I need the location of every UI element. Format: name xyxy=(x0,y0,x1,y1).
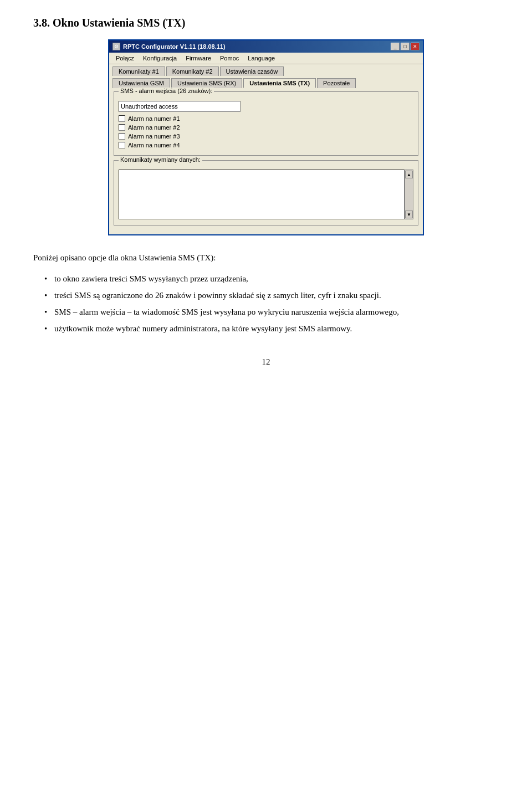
dialog-titlebar: ⚙ RPTC Configurator V1.11 (18.08.11) _ □… xyxy=(109,40,423,53)
checkbox-row-2: Alarm na numer #2 xyxy=(119,124,413,131)
checkbox-alarm-3[interactable] xyxy=(119,133,125,140)
data-exchange-group: Komunikaty wymiany danych: ▲ ▼ xyxy=(114,160,418,225)
checkbox-label-1: Alarm na numer #1 xyxy=(128,115,180,122)
bullet-item-4: użytkownik może wybrać numery administra… xyxy=(44,322,499,335)
menu-language[interactable]: Language xyxy=(243,54,279,63)
bullet-item-1: to okno zawiera treści SMS wysyłanych pr… xyxy=(44,272,499,285)
menu-konfiguracja[interactable]: Konfiguracja xyxy=(139,54,181,63)
scrollbar: ▲ ▼ xyxy=(405,170,413,219)
scroll-up-arrow[interactable]: ▲ xyxy=(405,171,413,178)
data-exchange-legend: Komunikaty wymiany danych: xyxy=(119,156,202,163)
dialog-title: RPTC Configurator V1.11 (18.08.11) xyxy=(123,43,226,50)
tab-komunikaty-2[interactable]: Komunikaty #2 xyxy=(166,66,219,76)
tab-row-1: Komunikaty #1 Komunikaty #2 Ustawienia c… xyxy=(109,64,423,76)
tab-ustawienia-sms-tx[interactable]: Ustawienia SMS (TX) xyxy=(243,78,316,88)
checkbox-row-4: Alarm na numer #4 xyxy=(119,142,413,148)
dialog-content: SMS - alarm wejścia (26 znaków): Alarm n… xyxy=(109,88,423,234)
bullet-item-3: SMS – alarm wejścia – ta wiadomość SMS j… xyxy=(44,305,499,319)
close-button[interactable]: ✕ xyxy=(411,43,420,50)
page-number: 12 xyxy=(33,357,499,367)
scroll-down-arrow[interactable]: ▼ xyxy=(405,211,413,218)
bullet-list: to okno zawiera treści SMS wysyłanych pr… xyxy=(33,272,499,335)
checkbox-label-3: Alarm na numer #3 xyxy=(128,133,180,140)
tab-komunikaty-1[interactable]: Komunikaty #1 xyxy=(112,66,165,76)
intro-text: Poniżej opisano opcje dla okna Ustawieni… xyxy=(33,251,499,264)
maximize-button[interactable]: □ xyxy=(401,43,410,50)
tab-ustawienia-czasow[interactable]: Ustawienia czasów xyxy=(220,66,284,76)
checkbox-row-1: Alarm na numer #1 xyxy=(119,115,413,122)
menu-pomoc[interactable]: Pomoc xyxy=(216,54,243,63)
sms-alarm-input[interactable] xyxy=(119,101,241,112)
tab-ustawienia-gsm[interactable]: Ustawienia GSM xyxy=(112,78,170,88)
data-textarea-wrapper: ▲ ▼ xyxy=(119,170,413,221)
rptc-dialog: ⚙ RPTC Configurator V1.11 (18.08.11) _ □… xyxy=(108,39,424,235)
tab-pozostale[interactable]: Pozostałe xyxy=(317,78,356,88)
titlebar-left: ⚙ RPTC Configurator V1.11 (18.08.11) xyxy=(112,43,226,50)
dialog-icon: ⚙ xyxy=(112,43,120,50)
menu-bar: Połącz Konfiguracja Firmware Pomoc Langu… xyxy=(109,53,423,64)
sms-alarm-group: SMS - alarm wejścia (26 znaków): Alarm n… xyxy=(114,91,418,156)
checkbox-alarm-1[interactable] xyxy=(119,115,125,122)
menu-firmware[interactable]: Firmware xyxy=(181,54,216,63)
menu-polacz[interactable]: Połącz xyxy=(111,54,139,63)
checkbox-label-4: Alarm na numer #4 xyxy=(128,142,180,148)
checkbox-label-2: Alarm na numer #2 xyxy=(128,124,180,131)
sms-alarm-legend: SMS - alarm wejścia (26 znaków): xyxy=(119,88,214,94)
data-textarea[interactable] xyxy=(119,170,405,219)
checkbox-alarm-4[interactable] xyxy=(119,142,125,148)
bullet-item-2: treści SMS są ograniczone do 26 znaków i… xyxy=(44,289,499,302)
checkbox-alarm-2[interactable] xyxy=(119,124,125,131)
dialog-wrapper: ⚙ RPTC Configurator V1.11 (18.08.11) _ □… xyxy=(33,39,499,235)
tab-row-2: Ustawienia GSM Ustawienia SMS (RX) Ustaw… xyxy=(109,76,423,88)
checkbox-row-3: Alarm na numer #3 xyxy=(119,133,413,140)
minimize-button[interactable]: _ xyxy=(391,43,400,50)
page-heading: 3.8. Okno Ustawienia SMS (TX) xyxy=(33,17,499,29)
tab-ustawienia-sms-rx[interactable]: Ustawienia SMS (RX) xyxy=(171,78,242,88)
titlebar-buttons: _ □ ✕ xyxy=(391,43,420,50)
